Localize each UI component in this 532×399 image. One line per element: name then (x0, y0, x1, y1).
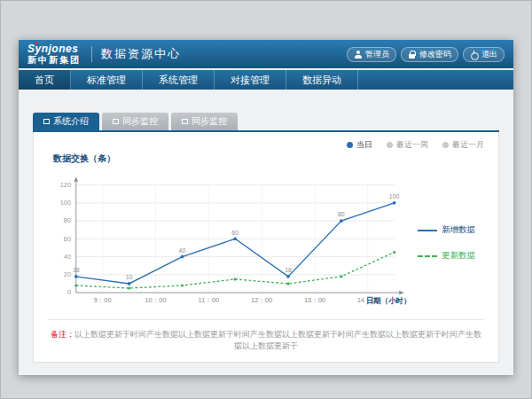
tab-bar: 系统介绍 同步监控 同步监控 (33, 113, 499, 132)
filter-last-month-label: 最近一月 (452, 139, 484, 151)
legend-item-updated-data: 更新数据 (418, 250, 484, 262)
svg-text:11：00: 11：00 (199, 296, 220, 304)
main-nav: 首页 标准管理 系统管理 对接管理 数据异动 (19, 68, 513, 90)
change-password-label: 修改密码 (419, 49, 451, 60)
content-area: 系统介绍 同步监控 同步监控 当日 (19, 90, 513, 375)
filter-last-week[interactable]: 最近一周 (387, 139, 428, 151)
svg-text:13：00: 13：00 (304, 296, 325, 304)
legend-item-new-data: 新增数据 (418, 224, 484, 236)
app-header: Synjones 新中新集团 数据资源中心 管理员 修改密码 退出 (19, 40, 513, 68)
filter-today-label: 当日 (356, 139, 372, 151)
svg-text:120: 120 (60, 181, 71, 189)
line-chart: 0204060801001209：0010：0011：0012：0013：001… (48, 167, 412, 319)
series-legend: 新增数据 更新数据 (412, 224, 484, 262)
time-range-filter: 当日 最近一周 最近一月 (48, 139, 484, 151)
chart-panel: 当日 最近一周 最近一月 数据交换（条） 0204060801001209：00… (33, 132, 499, 363)
nav-item-integration-mgmt[interactable]: 对接管理 (215, 70, 286, 90)
nav-item-home[interactable]: 首页 (19, 70, 71, 90)
brand-logo: Synjones 新中新集团 (27, 43, 81, 65)
monitor-icon (113, 119, 119, 124)
legend-updated-data-label: 更新数据 (442, 250, 475, 262)
header-divider (91, 46, 92, 62)
tab-sync-monitor-2[interactable]: 同步监控 (171, 113, 238, 130)
svg-text:60: 60 (231, 230, 239, 236)
dashed-line-icon (418, 255, 437, 257)
brand-logo-text: Synjones (27, 43, 81, 54)
footnote-text: 以上数据更新于时间产生数据以上数据更新于时间产生数据以上数据更新于时间产生数据以… (74, 330, 481, 350)
nav-item-standard-mgmt[interactable]: 标准管理 (71, 70, 143, 90)
svg-text:10: 10 (126, 274, 133, 280)
nav-item-data-change[interactable]: 数据异动 (286, 70, 358, 90)
app-window: Synjones 新中新集团 数据资源中心 管理员 修改密码 退出 (19, 40, 513, 375)
tab-sync-monitor-2-label: 同步监控 (192, 113, 227, 130)
monitor-icon (43, 119, 50, 124)
svg-text:9：00: 9：00 (94, 296, 112, 304)
change-password-button[interactable]: 修改密码 (401, 47, 458, 62)
tab-sync-monitor-1-label: 同步监控 (122, 113, 158, 130)
desktop-background: Synjones 新中新集团 数据资源中心 管理员 修改密码 退出 (0, 0, 532, 399)
filter-today[interactable]: 当日 (347, 139, 372, 151)
nav-item-system-mgmt[interactable]: 系统管理 (143, 70, 215, 90)
admin-button-label: 管理员 (365, 49, 389, 60)
footnote: 备注：以上数据更新于时间产生数据以上数据更新于时间产生数据以上数据更新于时间产生… (48, 319, 484, 352)
solid-line-icon (418, 230, 437, 231)
logout-button[interactable]: 退出 (463, 47, 505, 62)
user-icon (354, 51, 362, 59)
radio-dot-icon (442, 142, 449, 148)
power-icon (470, 51, 478, 59)
svg-text:日期（小时）: 日期（小时） (366, 296, 411, 305)
filter-last-week-label: 最近一周 (396, 139, 428, 151)
logout-label: 退出 (481, 49, 497, 60)
footnote-label: 备注： (51, 330, 74, 339)
radio-dot-icon (347, 142, 353, 148)
svg-text:18: 18 (285, 267, 292, 273)
svg-text:0: 0 (67, 288, 71, 296)
tab-system-intro[interactable]: 系统介绍 (33, 113, 99, 130)
svg-text:40: 40 (179, 247, 186, 254)
admin-button[interactable]: 管理员 (347, 47, 396, 62)
tab-system-intro-label: 系统介绍 (53, 113, 89, 130)
svg-text:40: 40 (64, 253, 71, 261)
monitor-icon (182, 119, 188, 124)
radio-dot-icon (387, 142, 393, 148)
svg-text:100: 100 (60, 199, 71, 207)
legend-new-data-label: 新增数据 (442, 224, 475, 236)
svg-text:100: 100 (389, 193, 400, 200)
svg-text:80: 80 (64, 216, 71, 224)
header-actions: 管理员 修改密码 退出 (347, 47, 505, 62)
svg-text:60: 60 (64, 235, 71, 243)
svg-text:10：00: 10：00 (145, 296, 166, 304)
svg-text:18: 18 (73, 267, 80, 273)
chart-row: 0204060801001209：0010：0011：0012：0013：001… (48, 167, 484, 319)
svg-text:80: 80 (338, 211, 345, 217)
brand-logo-dot (35, 42, 38, 44)
page-title: 数据资源中心 (101, 46, 181, 62)
y-axis-title: 数据交换（条） (53, 153, 484, 165)
filter-last-month[interactable]: 最近一月 (442, 139, 484, 151)
brand-logo-subtext: 新中新集团 (27, 56, 81, 65)
tab-sync-monitor-1[interactable]: 同步监控 (102, 113, 168, 130)
svg-text:20: 20 (64, 270, 71, 278)
svg-text:12：00: 12：00 (251, 296, 272, 304)
lock-icon (408, 51, 416, 59)
